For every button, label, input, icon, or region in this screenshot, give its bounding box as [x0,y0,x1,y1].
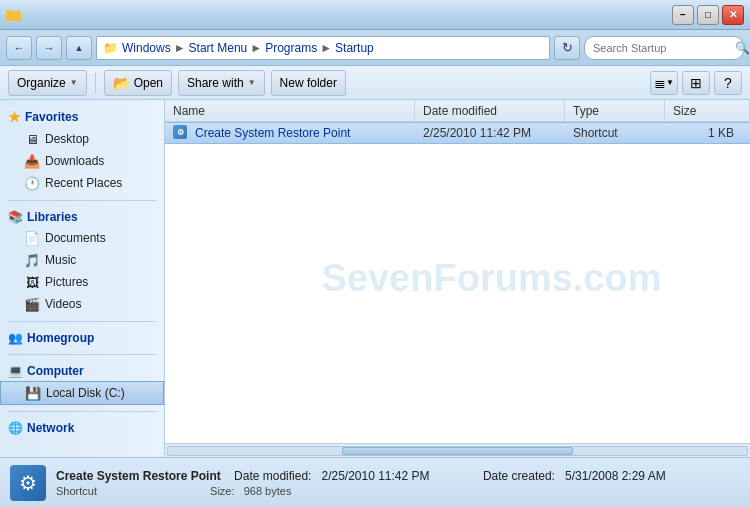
close-button[interactable]: ✕ [722,5,744,25]
computer-section: 💻 Computer 💾 Local Disk (C:) [0,361,164,405]
organize-label: Organize [17,76,66,90]
homegroup-icon: 👥 [8,331,23,345]
file-type: Shortcut [573,126,618,140]
libraries-group[interactable]: 📚 Libraries [0,207,164,227]
computer-group[interactable]: 💻 Computer [0,361,164,381]
sidebar-item-desktop[interactable]: 🖥 Desktop [0,128,164,150]
new-folder-button[interactable]: New folder [271,70,346,96]
table-row[interactable]: ⚙ Create System Restore Point 2/25/2010 … [165,122,750,144]
views-icon: ≣ [654,75,666,91]
forward-button[interactable]: → [36,36,62,60]
toolbar-right: ≣ ▼ ⊞ ? [650,71,742,95]
breadcrumb-sep2: ► [250,41,262,55]
libraries-icon: 📚 [8,210,23,224]
computer-label: Computer [27,364,84,378]
column-header-name[interactable]: Name [165,100,415,121]
status-name-text: Create System Restore Point [56,469,221,483]
sidebar-item-downloads-label: Downloads [45,154,104,168]
column-header-date[interactable]: Date modified [415,100,565,121]
sidebar-item-music-label: Music [45,253,76,267]
status-size-label: Size: [210,485,234,497]
status-date-modified-value: 2/25/2010 11:42 PM [321,469,429,483]
status-type-text: Shortcut [56,485,97,497]
back-button[interactable]: ← [6,36,32,60]
file-type-cell: Shortcut [565,126,665,140]
status-file-icon: ⚙ [10,465,46,501]
status-meta-row: Shortcut Size: 968 bytes [56,485,666,497]
horizontal-scrollbar[interactable] [165,443,750,457]
desktop-icon: 🖥 [24,131,40,147]
column-header-type[interactable]: Type [565,100,665,121]
views-button[interactable]: ≣ ▼ [650,71,678,95]
status-bar: ⚙ Create System Restore Point Date modif… [0,457,750,507]
network-label: Network [27,421,74,435]
share-button[interactable]: Share with ▼ [178,70,265,96]
network-section: 🌐 Network [0,418,164,438]
main-area: ★ Favorites 🖥 Desktop 📥 Downloads 🕐 Rece… [0,100,750,457]
file-date-cell: 2/25/2010 11:42 PM [415,126,565,140]
breadcrumb-part2[interactable]: Programs [265,41,317,55]
toolbar: Organize ▼ 📂 Open Share with ▼ New folde… [0,66,750,100]
scrollbar-track[interactable] [167,446,748,456]
search-bar[interactable]: 🔍 [584,36,744,60]
sidebar-item-music[interactable]: 🎵 Music [0,249,164,271]
column-name-label: Name [173,104,205,118]
open-button[interactable]: 📂 Open [104,70,172,96]
help-icon: ? [724,75,732,91]
sidebar-item-desktop-label: Desktop [45,132,89,146]
sidebar-item-local-disk-label: Local Disk (C:) [46,386,125,400]
status-date-created-label: Date created: [483,469,555,483]
local-disk-icon: 💾 [25,385,41,401]
libraries-label: Libraries [27,210,78,224]
minimize-button[interactable]: − [672,5,694,25]
breadcrumb-part3[interactable]: Startup [335,41,374,55]
music-icon: 🎵 [24,252,40,268]
title-bar: − □ ✕ [0,0,750,30]
open-label: Open [134,76,163,90]
favorites-label: Favorites [25,110,78,124]
column-size-label: Size [673,104,696,118]
sidebar-item-recent-label: Recent Places [45,176,122,190]
downloads-icon: 📥 [24,153,40,169]
sidebar-item-documents[interactable]: 📄 Documents [0,227,164,249]
refresh-button[interactable]: ↻ [554,36,580,60]
favorites-section: ★ Favorites 🖥 Desktop 📥 Downloads 🕐 Rece… [0,106,164,194]
column-type-label: Type [573,104,599,118]
maximize-button[interactable]: □ [697,5,719,25]
breadcrumb-sep3: ► [320,41,332,55]
breadcrumb-bar[interactable]: 📁 Windows ► Start Menu ► Programs ► Star… [96,36,550,60]
sidebar-item-local-disk[interactable]: 💾 Local Disk (C:) [0,381,164,405]
sidebar-item-videos[interactable]: 🎬 Videos [0,293,164,315]
computer-icon: 💻 [8,364,23,378]
help-button[interactable]: ? [714,71,742,95]
status-details: Create System Restore Point Date modifie… [56,469,666,497]
homegroup-group[interactable]: 👥 Homegroup [0,328,164,348]
file-size: 1 KB [708,126,734,140]
sidebar-item-downloads[interactable]: 📥 Downloads [0,150,164,172]
title-bar-controls: − □ ✕ [672,5,744,25]
sidebar-item-recent[interactable]: 🕐 Recent Places [0,172,164,194]
network-group[interactable]: 🌐 Network [0,418,164,438]
videos-icon: 🎬 [24,296,40,312]
up-button[interactable]: ▲ [66,36,92,60]
watermark: SevenForums.com [322,257,662,300]
breadcrumb-root[interactable]: Windows [122,41,171,55]
documents-icon: 📄 [24,230,40,246]
favorites-group[interactable]: ★ Favorites [0,106,164,128]
svg-rect-1 [6,10,13,13]
column-header-size[interactable]: Size [665,100,750,121]
views-arrow: ▼ [666,78,674,87]
breadcrumb-part1[interactable]: Start Menu [189,41,248,55]
sidebar-item-pictures[interactable]: 🖼 Pictures [0,271,164,293]
title-bar-left [6,7,22,23]
organize-button[interactable]: Organize ▼ [8,70,87,96]
sidebar-item-documents-label: Documents [45,231,106,245]
scrollbar-thumb[interactable] [342,447,574,455]
search-input[interactable] [593,42,731,54]
homegroup-label: Homegroup [27,331,94,345]
status-date-modified-label: Date modified: [234,469,311,483]
sidebar-divider-4 [8,411,156,412]
layout-button[interactable]: ⊞ [682,71,710,95]
recent-icon: 🕐 [24,175,40,191]
status-date-created-value: 5/31/2008 2:29 AM [565,469,666,483]
